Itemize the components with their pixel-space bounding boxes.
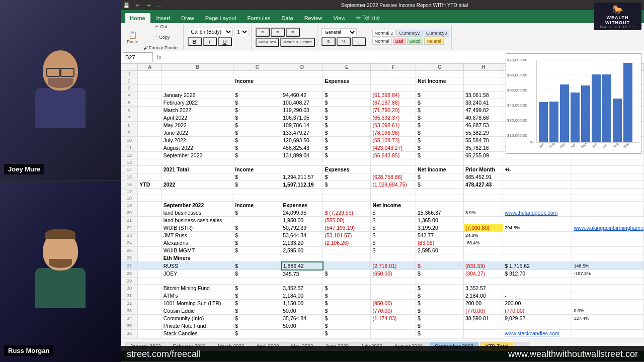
- cell-h2[interactable]: [463, 77, 503, 85]
- col-h: H: [463, 64, 503, 71]
- merge-btn[interactable]: Merge & Center: [280, 38, 314, 47]
- table-row: 31 ATM's $ 2,184.00 $ $ 2,184.00 -: [121, 292, 644, 299]
- italic-btn[interactable]: I: [203, 37, 217, 46]
- copy-icon: 📄: [152, 35, 158, 40]
- good-style[interactable]: Good: [407, 38, 423, 45]
- cell-link-land[interactable]: www.thelandgeek.com: [503, 209, 572, 217]
- alignment-group: ≡ ≡ ≡ Wrap Text Merge & Center: [254, 25, 317, 50]
- paste-btn[interactable]: 📋 Paste: [125, 26, 140, 48]
- cell-reference-input[interactable]: [123, 52, 153, 62]
- cell-f5: (67,167.86): [371, 99, 416, 107]
- cell-a1[interactable]: [138, 71, 162, 77]
- table-row: 27 RUSS $ 1,886.42 (2,718.01) $ (831.59)…: [121, 262, 644, 270]
- name-badge-joey: Joey Mure: [4, 164, 44, 174]
- top-ribbon-row: 💾 ↩ ↪ … September 2022 Passive Income Re…: [121, 0, 644, 10]
- table-row: 30 Bitcoin Mining Fund $ 3,352.57 $ $ 3,…: [121, 284, 644, 292]
- cut-btn[interactable]: ✂ Cut: [141, 22, 181, 32]
- svg-text:Apr: Apr: [570, 142, 577, 149]
- tab-review[interactable]: Review: [299, 13, 328, 23]
- ribbon-tabs: Home Insert Draw Page Layout Formulas Da…: [121, 10, 644, 23]
- paste-icon: 📋: [128, 30, 137, 39]
- cell-f2[interactable]: [371, 77, 416, 85]
- cell-g4: $: [416, 92, 463, 99]
- redo-btn[interactable]: ↪: [145, 2, 152, 9]
- comma-btn[interactable]: ,: [352, 37, 366, 46]
- table-row: 29: [121, 278, 644, 284]
- svg-text:Jul: Jul: [602, 143, 608, 149]
- row-num-1: 1: [121, 71, 138, 77]
- cell-link-wuib[interactable]: www.wakingupinbirmingham.com: [572, 224, 644, 232]
- table-row: 22 WUIB (STR) $ 50,792.39 (547,193.19) $…: [121, 224, 644, 232]
- logo-area: 🐎 WEALTH WITHOUT WALL STREET: [594, 3, 641, 30]
- underline-btn[interactable]: U: [218, 37, 232, 46]
- cut-icon: ✂: [155, 24, 159, 29]
- currency3-style[interactable]: Currency3: [424, 30, 450, 37]
- percent-btn[interactable]: %: [337, 37, 351, 46]
- cell-link-stack[interactable]: www.stackcandles.com: [503, 329, 572, 337]
- tab-formulas[interactable]: Formulas: [243, 13, 276, 23]
- cell-f1[interactable]: [371, 71, 416, 77]
- cell-g1[interactable]: [416, 71, 463, 77]
- tab-view[interactable]: View: [329, 13, 351, 23]
- cell-b1[interactable]: [162, 71, 233, 77]
- undo-btn[interactable]: ↩: [134, 2, 141, 9]
- clipboard-group: 📋 Paste ✂ Cut 📄 Copy 🖌 Format Painter: [123, 25, 184, 50]
- chart-container: $70,000.00 $60,000.00 $50,000.00 $40,000…: [506, 53, 641, 154]
- normal2-style[interactable]: Normal 2: [372, 30, 396, 37]
- table-row: 13: [121, 159, 644, 166]
- table-row: 24 Alexandria $ 2,133.20 (2,196.26) $ (8…: [121, 239, 644, 247]
- wrap-text-btn[interactable]: Wrap Text: [256, 38, 280, 47]
- cell-c5: $: [233, 99, 281, 107]
- cell-g2-net: Net Income: [416, 77, 463, 85]
- font-select[interactable]: Calibri (Body): [188, 28, 233, 36]
- col-f: F: [371, 64, 416, 71]
- neutral-style[interactable]: Neutral: [424, 38, 444, 45]
- svg-text:$-: $-: [530, 140, 534, 144]
- currency-btn[interactable]: $: [321, 37, 336, 46]
- format-painter-btn[interactable]: 🖌 Format Painter: [141, 43, 181, 53]
- autosave-btn[interactable]: 💾: [123, 2, 130, 9]
- copy-btn[interactable]: 📄 Copy: [141, 32, 181, 42]
- cell-d2[interactable]: [281, 77, 323, 85]
- col-b: B: [162, 64, 233, 71]
- logo-text-without: WITHOUT: [605, 20, 630, 25]
- table-row: 21 land business cash sales 1,950.00 (58…: [121, 217, 644, 224]
- number-group: General $ % ,: [319, 25, 368, 50]
- cell-b2[interactable]: [162, 77, 233, 85]
- cell-d1[interactable]: [281, 71, 323, 77]
- number-format-select[interactable]: General: [321, 28, 357, 36]
- cell-e1[interactable]: [323, 71, 371, 77]
- logo-icon: 🐎: [612, 4, 623, 15]
- styles-group: Normal 2 Currency2 Currency3 Normal Bad …: [370, 25, 452, 50]
- logo-text-sub: WALL STREET: [600, 25, 635, 29]
- font-size-select[interactable]: 12: [234, 28, 249, 36]
- align-left-btn[interactable]: ≡: [256, 28, 270, 37]
- cell-h1[interactable]: [463, 71, 503, 77]
- table-row: 26 Eth Miners: [121, 254, 644, 262]
- tab-page-layout[interactable]: Page Layout: [200, 13, 242, 23]
- align-right-btn[interactable]: ≡: [286, 28, 300, 37]
- cell-h4: 33,061.58: [463, 92, 503, 99]
- cell-f4: (61,398.84): [371, 92, 416, 99]
- cell-d5: 100,408.27: [281, 99, 323, 107]
- svg-text:$30,000.00: $30,000.00: [507, 118, 528, 123]
- format-painter-icon: 🖌: [143, 45, 148, 50]
- normal-style[interactable]: Normal: [372, 38, 392, 45]
- bar-jul: [602, 74, 611, 142]
- cell-a2[interactable]: [138, 77, 162, 85]
- svg-text:Aug: Aug: [612, 142, 620, 149]
- cell-e5: $: [323, 99, 371, 107]
- bold-btn[interactable]: B: [188, 37, 202, 46]
- align-center-btn[interactable]: ≡: [271, 28, 285, 37]
- tab-data[interactable]: Data: [276, 13, 298, 23]
- svg-text:$10,000.00: $10,000.00: [507, 133, 528, 138]
- currency2-style[interactable]: Currency2: [396, 30, 423, 37]
- table-row: 16 YTD 2022 $ 1,507,112.19 $ (1,028,684.…: [121, 181, 644, 189]
- tab-tell-me[interactable]: ✏ Tell me: [351, 13, 385, 23]
- more-btn[interactable]: …: [156, 2, 163, 9]
- cell-b4: January 2022: [162, 92, 233, 99]
- cell-c1[interactable]: [233, 71, 281, 77]
- bad-style[interactable]: Bad: [393, 38, 406, 45]
- table-row: 20 land businesses $ 24,099.95 $ (7,229.…: [121, 209, 644, 217]
- bar-apr: [571, 93, 580, 142]
